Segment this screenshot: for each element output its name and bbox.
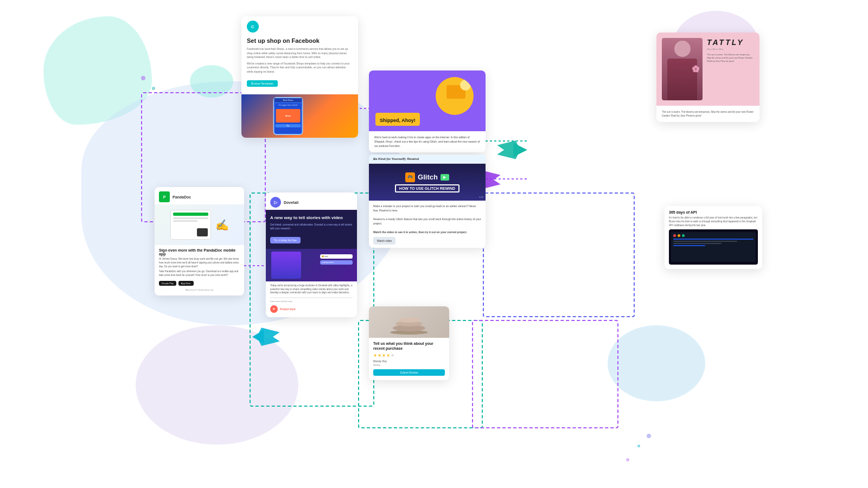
dot-3 bbox=[647, 434, 651, 438]
phone-mockup: Buck Shoes Our biggest sale is ahead! Sh… bbox=[273, 97, 303, 135]
dovetail-cta-button[interactable]: Try it today for free bbox=[270, 237, 301, 243]
api-code-screen bbox=[671, 232, 756, 262]
glitch-body: Make a mistake in your project or wish y… bbox=[369, 201, 486, 248]
dovetail-hero-desc: Get linked, connected and collaborative.… bbox=[270, 223, 353, 230]
card-review: Tell us what you think about your recent… bbox=[369, 306, 449, 380]
card-canva-facebook: C Set up shop on Facebook Facebook has l… bbox=[241, 16, 358, 138]
tattly-text-area: TATTLY Shop | About | Blog The sun is wa… bbox=[707, 38, 754, 100]
glitch-body-text1: Make a mistake in your project or wish y… bbox=[373, 204, 481, 213]
review-product-image bbox=[369, 306, 449, 338]
video-person bbox=[271, 252, 301, 279]
panda-illustration: ✍️ bbox=[155, 204, 244, 245]
review-notes-label: Notes bbox=[373, 363, 445, 367]
panda-hand-icon: ✍️ bbox=[215, 219, 229, 232]
shipped-illustration bbox=[436, 77, 476, 118]
connector-box-purple2 bbox=[472, 320, 618, 428]
glitch-icon: 🎮 bbox=[405, 172, 415, 182]
panda-header: P PandaDoc bbox=[155, 187, 244, 204]
glitch-play-btn: ▶ bbox=[441, 174, 449, 181]
tattly-person-image: 🌸 bbox=[662, 38, 703, 100]
card-pandadoc: P PandaDoc ✍️ Sign even more with the Pa… bbox=[155, 187, 244, 296]
canva-body-text: Facebook has launched Shops, a new e-com… bbox=[247, 47, 353, 60]
review-dishes bbox=[369, 306, 449, 338]
api-screenshot bbox=[669, 229, 758, 265]
star-2: ★ bbox=[378, 353, 381, 358]
panda-screen bbox=[170, 210, 211, 240]
review-title: Tell us what you think about your recent… bbox=[373, 341, 445, 351]
dot-2 bbox=[152, 87, 155, 90]
video-chat: 😊 nice underpromise... bbox=[320, 254, 353, 265]
tattly-brand-name: TATTLY bbox=[707, 38, 754, 47]
shipped-title-badge: Shipped, Ahoy! bbox=[375, 113, 420, 126]
glitch-subtitle-text: HOW TO USE GLITCH REWIND bbox=[395, 184, 459, 192]
divider bbox=[270, 297, 353, 298]
glitch-body-text3: Watch the video to see it in action, the… bbox=[373, 230, 481, 234]
dovetail-more-content: Learn more and try it easy P Product Hun… bbox=[266, 297, 357, 317]
canva-title: Set up shop on Facebook bbox=[247, 37, 353, 44]
dovetail-logo-icon: ▷ bbox=[270, 197, 281, 208]
glitch-logo-row: 🎮 Glitch ▶ bbox=[405, 172, 449, 182]
canva-browse-button[interactable]: Browse Templates bbox=[247, 80, 278, 87]
panda-logo-name: PandaDoc bbox=[173, 195, 191, 199]
dovetail-logo-name: Dovetail bbox=[284, 201, 298, 204]
panda-body: Sign even more with the PandaDoc mobile … bbox=[155, 245, 244, 296]
shipped-header: Shipped, Ahoy! bbox=[369, 70, 486, 131]
background-blob-blue-right bbox=[608, 325, 705, 401]
glitch-body-text2: Rewind is a handy Glitch feature that le… bbox=[373, 217, 481, 226]
glitch-watch-button[interactable]: Watch video bbox=[373, 237, 395, 245]
shipped-body: We're hard at work making it fun to crea… bbox=[369, 131, 486, 152]
star-5: ★ bbox=[391, 353, 394, 358]
glitch-logo-text: Glitch bbox=[418, 173, 438, 181]
dot-5 bbox=[626, 458, 629, 461]
api-screen-dots bbox=[673, 234, 754, 237]
api-title: 365 days of API bbox=[665, 206, 762, 216]
review-body: Tell us what you think about your recent… bbox=[369, 338, 449, 380]
panda-footer: Want more? Check these out bbox=[159, 288, 240, 291]
panda-store-badges: Google Play App Store bbox=[159, 281, 240, 286]
card-glitch-rewind: Be Kind (to Yourself): Rewind 🎮 Glitch ▶… bbox=[369, 155, 486, 248]
api-body: It's hard to be able to condense a full … bbox=[665, 216, 762, 229]
canva-hero-image: Buck Shoes Our biggest sale is ahead! Sh… bbox=[241, 94, 358, 138]
glitch-video-area: 🎮 Glitch ▶ HOW TO USE GLITCH REWIND 2:47 bbox=[369, 164, 486, 201]
card-api-365: 365 days of API It's hard to be able to … bbox=[665, 206, 762, 269]
canva-body-text2: We've created a new range of Facebook Sh… bbox=[247, 62, 353, 74]
dovetail-video-thumb: 😊 nice underpromise... bbox=[266, 249, 357, 281]
dot-1 bbox=[141, 76, 145, 80]
canva-header: C bbox=[241, 16, 358, 37]
review-stars: ★ ★ ★ ★ ★ bbox=[373, 353, 445, 358]
panda-logo-icon: P bbox=[159, 191, 170, 202]
dot-4 bbox=[637, 445, 640, 447]
dishes-stack bbox=[387, 310, 431, 335]
dovetail-header: ▷ Dovetail bbox=[266, 192, 357, 210]
svg-marker-5 bbox=[513, 143, 527, 157]
canva-logo-icon: C bbox=[247, 21, 259, 33]
canva-content: Set up shop on Facebook Facebook has lau… bbox=[241, 37, 358, 94]
product-hunt-icon: P bbox=[270, 305, 278, 313]
review-submit-button[interactable]: Submit Review bbox=[373, 369, 445, 376]
dovetail-hero-title: A new way to tell stories with video bbox=[270, 215, 353, 221]
card-tattly: 🌸 TATTLY Shop | About | Blog The sun is … bbox=[656, 33, 760, 122]
star-1: ★ bbox=[373, 353, 377, 358]
panda-body-text: Hi Jimmie Darsa, We know how busy work a… bbox=[159, 258, 240, 268]
star-4: ★ bbox=[386, 353, 390, 358]
app-store-badge[interactable]: App Store bbox=[178, 281, 194, 286]
card-dovetail: ▷ Dovetail A new way to tell stories wit… bbox=[266, 192, 357, 317]
svg-marker-4 bbox=[497, 140, 520, 159]
dovetail-video: 😊 nice underpromise... bbox=[266, 249, 357, 281]
background-blob-purple bbox=[136, 325, 298, 445]
tattly-header: 🌸 TATTLY Shop | About | Blog The sun is … bbox=[656, 33, 760, 106]
product-hunt-label: Product Hunt bbox=[280, 308, 296, 311]
glitch-header-text: Be Kind (to Yourself): Rewind bbox=[369, 155, 486, 164]
tattly-subtext: The sun is warm. The blooms are temporar… bbox=[707, 53, 754, 63]
google-play-badge[interactable]: Google Play bbox=[159, 281, 176, 286]
background-blob-teal-small bbox=[190, 65, 233, 98]
panda-body-text2: Take PandaDoc with you wherever you go. … bbox=[159, 270, 240, 278]
reviewer-name: Mandy Roy bbox=[373, 359, 445, 363]
connector-box-blue bbox=[483, 192, 635, 317]
panda-title: Sign even more with the PandaDoc mobile … bbox=[159, 248, 240, 256]
dovetail-hero: A new way to tell stories with video Get… bbox=[266, 210, 357, 249]
arrow-teal-right bbox=[495, 138, 527, 163]
tattly-body: The sun is warm. The blooms are temporar… bbox=[656, 106, 760, 122]
shipped-inner: Shipped, Ahoy! bbox=[375, 77, 479, 126]
shipped-title: Shipped, Ahoy! bbox=[380, 118, 416, 123]
